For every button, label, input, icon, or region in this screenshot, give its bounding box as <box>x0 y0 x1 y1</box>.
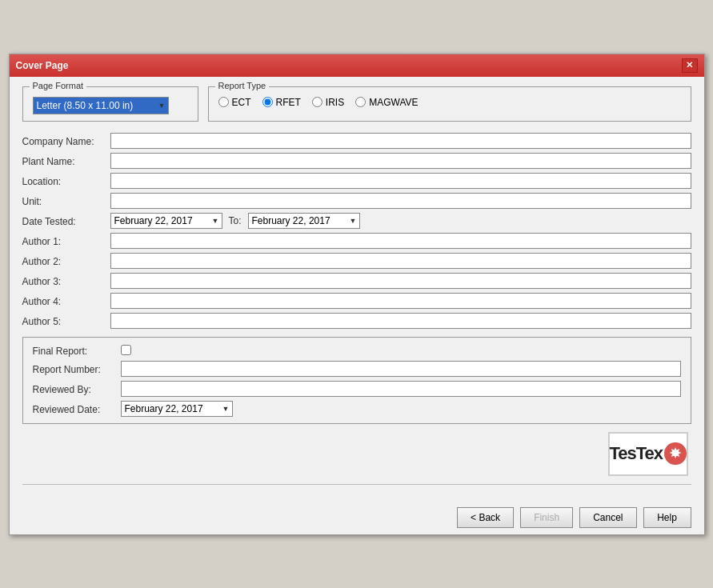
cancel-button[interactable]: Cancel <box>579 507 636 528</box>
close-button[interactable]: ✕ <box>682 58 698 73</box>
date-tested-label: Date Tested: <box>22 213 110 229</box>
reviewed-by-input[interactable] <box>121 381 681 397</box>
title-bar-left: Cover Page <box>16 60 69 71</box>
window-title: Cover Page <box>16 60 69 71</box>
main-window: Cover Page ✕ Page Format Letter (8.50 x … <box>9 54 705 535</box>
page-format-inner: Letter (8.50 x 11.00 in) A4 (8.27 x 11.6… <box>33 97 188 114</box>
date-tested-row: February 22, 2017 To: February 22, 2017 <box>110 213 691 229</box>
radio-ect-text: ECT <box>232 97 251 108</box>
radio-magwave[interactable] <box>355 97 366 107</box>
author2-label: Author 2: <box>22 253 110 269</box>
radio-ect[interactable] <box>218 97 229 107</box>
logo-box: TesTex <box>608 432 688 476</box>
author2-input[interactable] <box>110 253 691 269</box>
radio-magwave-text: MAGWAVE <box>369 97 418 108</box>
reviewed-date-select[interactable]: February 22, 2017 <box>121 401 233 417</box>
radio-label-iris[interactable]: IRIS <box>312 97 344 108</box>
final-report-label: Final Report: <box>33 344 121 357</box>
location-label: Location: <box>22 173 110 189</box>
logo-text: TesTex <box>610 443 663 464</box>
finish-button[interactable]: Finish <box>520 507 573 528</box>
unit-input[interactable] <box>110 193 691 209</box>
radio-label-ect[interactable]: ECT <box>218 97 251 108</box>
radio-label-rfet[interactable]: RFET <box>262 97 301 108</box>
date-from-wrapper: February 22, 2017 <box>110 213 222 229</box>
title-bar: Cover Page ✕ <box>10 54 704 77</box>
back-button[interactable]: < Back <box>457 507 514 528</box>
radio-label-magwave[interactable]: MAGWAVE <box>355 97 418 108</box>
reviewed-date-select-wrapper: February 22, 2017 <box>121 401 233 417</box>
company-name-input[interactable] <box>110 133 691 149</box>
plant-name-input[interactable] <box>110 153 691 169</box>
main-form-grid: Company Name: Plant Name: Location: Unit… <box>22 133 691 329</box>
report-type-inner: ECT RFET IRIS MAGWAVE <box>218 97 681 108</box>
final-report-section: Final Report: Report Number: Reviewed By… <box>22 337 691 424</box>
plant-name-label: Plant Name: <box>22 153 110 169</box>
logo-icon <box>664 442 686 465</box>
page-format-select[interactable]: Letter (8.50 x 11.00 in) A4 (8.27 x 11.6… <box>33 97 169 114</box>
final-report-checkbox[interactable] <box>121 345 131 355</box>
page-format-select-wrapper: Letter (8.50 x 11.00 in) A4 (8.27 x 11.6… <box>33 97 169 114</box>
author1-input[interactable] <box>110 233 691 249</box>
report-number-label: Report Number: <box>33 361 121 377</box>
radio-iris[interactable] <box>312 97 322 107</box>
top-groups: Page Format Letter (8.50 x 11.00 in) A4 … <box>22 86 691 122</box>
date-tested-from-select[interactable]: February 22, 2017 <box>110 213 222 229</box>
reviewed-date-label: Reviewed Date: <box>33 401 121 417</box>
bottom-bar: < Back Finish Cancel Help <box>10 501 704 534</box>
report-number-input[interactable] <box>121 361 681 377</box>
final-grid: Final Report: Report Number: Reviewed By… <box>33 344 681 417</box>
location-input[interactable] <box>110 173 691 189</box>
reviewed-date-wrapper: February 22, 2017 <box>121 401 681 417</box>
window-content: Page Format Letter (8.50 x 11.00 in) A4 … <box>10 77 704 501</box>
report-type-label: Report Type <box>215 81 270 90</box>
author5-label: Author 5: <box>22 313 110 329</box>
reviewed-by-label: Reviewed By: <box>33 381 121 397</box>
radio-rfet-text: RFET <box>276 97 301 108</box>
page-format-group: Page Format Letter (8.50 x 11.00 in) A4 … <box>22 86 198 122</box>
bottom-divider <box>22 484 691 485</box>
logo-area: TesTex <box>22 432 688 476</box>
date-to-wrapper: February 22, 2017 <box>248 213 360 229</box>
author1-label: Author 1: <box>22 233 110 249</box>
report-type-group: Report Type ECT RFET IRIS <box>208 86 691 122</box>
author4-input[interactable] <box>110 293 691 309</box>
final-report-checkbox-wrapper <box>121 344 681 357</box>
author5-input[interactable] <box>110 313 691 329</box>
company-name-label: Company Name: <box>22 133 110 149</box>
radio-rfet[interactable] <box>262 97 273 107</box>
gear-icon <box>668 446 683 461</box>
author3-input[interactable] <box>110 273 691 289</box>
author4-label: Author 4: <box>22 293 110 309</box>
page-format-label: Page Format <box>30 81 87 90</box>
author3-label: Author 3: <box>22 273 110 289</box>
help-button[interactable]: Help <box>643 507 691 528</box>
date-tested-to-select[interactable]: February 22, 2017 <box>248 213 360 229</box>
radio-iris-text: IRIS <box>326 97 344 108</box>
unit-label: Unit: <box>22 193 110 209</box>
to-label: To: <box>229 215 242 226</box>
